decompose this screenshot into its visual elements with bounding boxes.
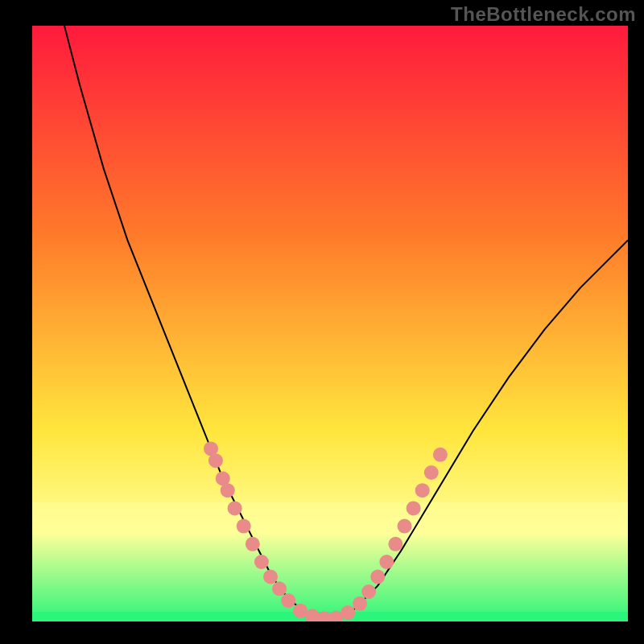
- marker-dot: [272, 581, 287, 596]
- marker-dot: [415, 483, 430, 497]
- marker-dot: [398, 519, 412, 534]
- marker-dot: [263, 570, 278, 584]
- marker-dot: [221, 483, 235, 497]
- marker-dot: [407, 501, 421, 515]
- marker-dot: [281, 593, 295, 608]
- marker-dot: [254, 555, 269, 569]
- watermark-label: TheBottleneck.com: [451, 3, 636, 26]
- chart-svg: [32, 26, 628, 621]
- marker-dot: [379, 555, 394, 569]
- marker-dot: [228, 501, 242, 515]
- plot-area: [32, 26, 628, 621]
- marker-dot: [237, 519, 251, 534]
- marker-dot: [424, 465, 439, 480]
- marker-dot: [361, 584, 376, 599]
- marker-dot: [353, 597, 367, 611]
- chart-frame: TheBottleneck.com: [0, 0, 644, 644]
- marker-dot: [341, 605, 355, 620]
- marker-dot: [246, 537, 260, 551]
- marker-dot: [208, 453, 223, 468]
- marker-dot: [388, 537, 402, 551]
- marker-dot: [433, 448, 448, 462]
- marker-dot: [370, 570, 385, 584]
- pale-yellow-band: [32, 502, 628, 535]
